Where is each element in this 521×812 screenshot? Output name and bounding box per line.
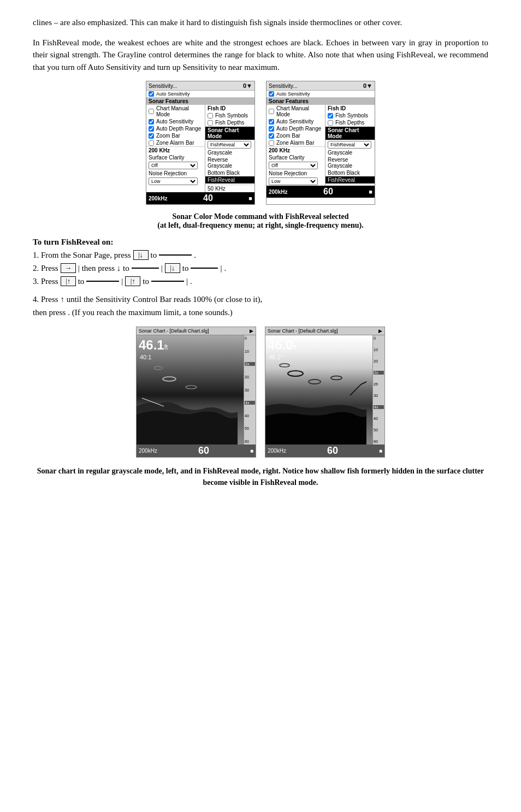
fish-symbols-check-left[interactable] — [208, 113, 213, 118]
right-chart-title-text: Sonar Chart - [Default Chart.slg] — [268, 328, 338, 334]
auto-depth-check-left[interactable] — [149, 126, 154, 132]
caption-line1: Sonar Color Mode command with FishReveal… — [33, 212, 488, 221]
step-1-kbd2 — [159, 254, 192, 256]
right-chart-bottom: 200kHz 60 ■ — [265, 444, 384, 457]
step-3-text: 3. Press — [33, 277, 58, 286]
right-sub-depth: 48.1° — [269, 354, 283, 360]
left-sonar-chart: Sonar Chart - [Default Chart.slg] ▶ — [136, 327, 256, 458]
bottom-depth-right: 60 — [323, 187, 333, 197]
chart-manual-check-left[interactable] — [149, 109, 154, 114]
right-icon: ■ — [379, 448, 382, 454]
zoom-bar-check-left[interactable] — [149, 133, 154, 139]
zone-alarm-check-left[interactable] — [149, 140, 154, 146]
grayscale-option-right: Grayscale — [325, 149, 375, 156]
left-sonar-menu: Sensitivity... 0▼ Auto Sensitivity Sonar… — [146, 81, 255, 205]
step-3-up2: |↑ — [125, 276, 140, 286]
step-2-kbd2 — [191, 268, 218, 269]
auto-sensitivity-label2-right: Auto Sensitivity — [276, 118, 313, 125]
step-2: 2. Press → | then press ↓ to | |↓ to | . — [33, 263, 488, 273]
sonar-chart-mode-dropdown-right[interactable]: FishReveal — [328, 141, 371, 149]
sonar-chart-mode-dropdown-left[interactable]: FishReveal — [208, 141, 251, 149]
zoom-bar-label-right: Zoom Bar — [276, 133, 300, 139]
reverse-grayscale-option-left: Reverse Grayscale — [205, 156, 254, 169]
zero-label-left: 0▼ — [243, 82, 252, 89]
right-sonar-menu: Sensitivity... 0▼ Auto Sensitivity Sonar… — [266, 81, 375, 205]
chart-manual-label-left: Chart Manual Mode — [156, 105, 203, 117]
fish-depths-label-right: Fish Depths — [335, 120, 364, 126]
surface-clarity-left: Surface Clarity — [146, 154, 205, 161]
fish-depths-label-left: Fish Depths — [215, 120, 244, 126]
step-4-line1: 4. Press ↑ until the Sensitivity Control… — [33, 295, 262, 304]
bottom-depth-left: 40 — [203, 193, 213, 203]
sensitivity-label-left: Sensitivity... — [149, 83, 177, 89]
noise-rejection-right: Noise Rejection — [267, 170, 325, 177]
right-sonar-chart: Sonar Chart - [Default Chart.slg] ▶ — [265, 327, 385, 458]
right-freq-bottom: 200kHz — [268, 448, 286, 454]
fish-symbols-check-right[interactable] — [328, 113, 333, 118]
fish-id-label-right: Fish ID — [325, 105, 375, 112]
sonar-chart-mode-label-right: Sonar Chart Mode — [325, 127, 375, 140]
step-2-pipe3: | — [220, 264, 222, 273]
auto-sens-check2-right[interactable] — [269, 119, 274, 125]
step-3-pipe2: | — [186, 277, 188, 286]
bottom-bar-left: 200kHz 40 ■ — [146, 192, 254, 204]
step-3-kbd1 — [86, 281, 119, 282]
left-chart-title: Sonar Chart - [Default Chart.slg] ▶ — [137, 327, 256, 335]
chart-manual-check-right[interactable] — [269, 109, 274, 114]
step-2-then: then press ↓ to — [82, 264, 129, 273]
bottom-black-option-right: Bottom Black — [325, 169, 375, 176]
step-1-period: . — [194, 251, 196, 260]
auto-sensitivity-label-right: Auto Sensitivity — [276, 91, 310, 97]
step-1-kbd: |↓ — [133, 250, 149, 260]
khz50-label-left: 50 KHz — [205, 185, 254, 192]
zoom-bar-label-left: Zoom Bar — [156, 133, 180, 139]
step-2-text: 2. Press — [33, 264, 58, 273]
step-3-to2: to — [143, 277, 149, 286]
step-3: 3. Press |↑ to | |↑ to | . — [33, 276, 488, 286]
bottom-icon-right: ■ — [369, 188, 372, 195]
left-chart-body: 46.1ft 40:1 0 10 2x 20 30 4x 40 50 60 — [137, 335, 256, 444]
right-bottom-depth: 60 — [327, 445, 338, 457]
step-1-text: 1. From the Sonar Page, press — [33, 251, 131, 260]
noise-rejection-dropdown-left[interactable]: Low — [149, 177, 198, 185]
left-chart-arrow: ▶ — [250, 328, 253, 334]
surface-clarity-dropdown-right[interactable]: Off — [269, 162, 318, 169]
noise-rejection-dropdown-right[interactable]: Low — [269, 177, 318, 185]
left-depth-scale: 0 10 2x 20 30 4x 40 50 60 — [244, 335, 256, 444]
auto-sensitivity-check-right[interactable] — [269, 91, 274, 97]
left-bottom-depth: 60 — [198, 445, 209, 457]
left-depth-display: 46.1ft — [139, 337, 168, 353]
step-1: 1. From the Sonar Page, press |↓ to . — [33, 250, 488, 260]
zero-label-right: 0▼ — [363, 82, 372, 89]
fish-symbols-label-right: Fish Symbols — [335, 112, 368, 118]
zone-alarm-check-right[interactable] — [269, 140, 274, 146]
right-depth-unit: ft — [293, 343, 297, 351]
step-2-to: to — [182, 264, 189, 273]
turn-on-heading: To turn FishReveal on: — [33, 238, 488, 247]
right-depth-num: 46.0 — [268, 337, 293, 352]
fishreveal-selected-left: FishReveal — [205, 176, 254, 183]
auto-depth-label-left: Auto Depth Range — [156, 126, 201, 132]
step-1-to: to — [151, 251, 157, 260]
fish-depths-check-left[interactable] — [208, 120, 213, 126]
auto-sensitivity-label-left: Auto Sensitivity — [156, 91, 190, 97]
right-depth-scale: 0 10 20 2x 26 30 4x 40 50 60 — [372, 335, 384, 444]
zoom-bar-check-right[interactable] — [269, 133, 274, 139]
auto-sensitivity-check-left[interactable] — [149, 91, 154, 97]
sensitivity-label-right: Sensitivity... — [269, 83, 298, 89]
chart-manual-label-right: Chart Manual Mode — [276, 105, 323, 117]
steps-section: 1. From the Sonar Page, press |↓ to . 2.… — [33, 250, 488, 286]
step-2-period: . — [224, 264, 226, 273]
right-chart-title: Sonar Chart - [Default Chart.slg] ▶ — [265, 327, 384, 335]
step-3-to: to — [78, 277, 85, 286]
freq-label-left: 200 KHz — [146, 146, 205, 154]
step-3-period: . — [190, 277, 192, 286]
left-chart-title-text: Sonar Chart - [Default Chart.slg] — [139, 328, 209, 334]
auto-depth-check-right[interactable] — [269, 126, 274, 132]
fish-depths-check-right[interactable] — [328, 120, 333, 126]
paragraph-1: clines – are also emphasized. This can m… — [33, 16, 488, 29]
grayscale-option-left: Grayscale — [205, 149, 254, 156]
step-2-kbd1 — [132, 268, 159, 269]
auto-sens-check2-left[interactable] — [149, 119, 154, 125]
surface-clarity-dropdown-left[interactable]: Off — [149, 162, 198, 169]
